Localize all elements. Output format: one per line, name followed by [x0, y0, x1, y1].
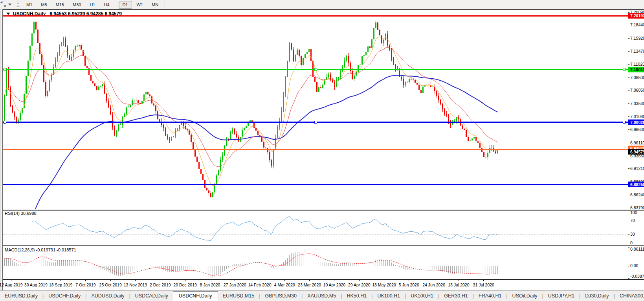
svg-text:7.00029: 7.00029 — [630, 120, 644, 125]
level-handle[interactable] — [623, 121, 625, 124]
macd-signal-line — [5, 254, 498, 276]
tab-fra40-h1[interactable]: FRA40,H1 — [474, 292, 506, 301]
price-tick-label: 7.03530 — [630, 101, 644, 106]
price-tick-label: 6.96110 — [630, 140, 644, 145]
tab-usdcad-daily[interactable]: USDCAD,Daily — [130, 292, 173, 301]
date-label: 14 Feb 2020 — [248, 283, 272, 287]
trading-terminal: { "toolbar": { "tool_icon": "line-drawin… — [0, 0, 644, 301]
date-label: 7 Oct 2019 — [75, 283, 96, 287]
date-label: 24 Jun 2020 — [422, 283, 445, 287]
rsi-tick-label: 30 — [630, 232, 635, 236]
date-label: 4 Mar 2020 — [274, 283, 295, 287]
panel-borders — [3, 16, 644, 279]
date-label: 23 Mar 2020 — [298, 283, 321, 287]
tab-eurusd-m15[interactable]: EURUSD,M15 — [218, 292, 259, 301]
macd-tick-label: 0.00 — [630, 263, 638, 268]
tab-usdjpy-h1[interactable]: USDJPY,H1 — [543, 292, 579, 301]
chart-canvas[interactable]: 7.208907.184407.159207.134707.110207.085… — [0, 0, 644, 301]
price-tick-label: 7.13470 — [630, 49, 644, 54]
level-handle[interactable] — [623, 68, 625, 71]
tab-usdchf-daily[interactable]: USDCHF,Daily — [44, 292, 85, 301]
date-label: 31 Jul 2020 — [473, 283, 494, 287]
tab-usoil-daily[interactable]: USOil,Daily — [508, 292, 542, 301]
tab-dj30-daily[interactable]: DJ30,Daily — [580, 292, 613, 301]
tab-ger30-h1[interactable]: GER30,H1 — [439, 292, 472, 301]
date-label: 12 Aug 2019 — [0, 283, 23, 287]
tab-china300-h4[interactable]: CHINA300,H4 — [615, 292, 644, 301]
price-tick-label: 6.83790 — [630, 205, 644, 210]
price-tick-label: 6.91210 — [630, 166, 644, 171]
macd-panel[interactable]: 0.0611190.00-0.038777 — [5, 247, 644, 279]
price-tick-label: 6.98630 — [630, 127, 644, 132]
date-label: 29 Apr 2020 — [348, 283, 371, 287]
price-tick-label: 6.86240 — [630, 192, 644, 197]
price-tick-label: 7.01080 — [630, 114, 644, 119]
price-tick-label: 7.11020 — [630, 62, 644, 66]
tab-uk100-h1[interactable]: UK100,H1 — [372, 292, 405, 301]
tab-eurusd-daily[interactable]: EURUSD,Daily — [0, 292, 42, 301]
rsi-indicator-label: RSI(14) 38.6988 — [5, 211, 37, 216]
tab-hk50-h1[interactable]: HK50,H1 — [342, 292, 371, 301]
date-label: 18 Sep 2019 — [49, 283, 73, 287]
level-handle[interactable] — [4, 121, 6, 124]
rsi-tick-label: 0 — [630, 240, 633, 245]
price-axis[interactable]: 7.208907.184407.159207.134707.110207.085… — [628, 10, 644, 210]
date-label: 18 May 2020 — [372, 283, 396, 287]
date-label: 8 Jan 2020 — [200, 283, 220, 287]
svg-text:6.94579: 6.94579 — [630, 150, 644, 154]
tab-audusd-daily[interactable]: AUDUSD,Daily — [87, 292, 129, 301]
chart-tab-bar: EURUSD,Daily|USDCHF,Daily|AUDUSD,Daily|U… — [0, 290, 644, 301]
rsi-panel[interactable]: 10070300 — [3, 210, 637, 245]
svg-text:7.20193: 7.20193 — [630, 13, 644, 18]
moving-average-lines — [5, 37, 498, 275]
date-label: 10 Apr 2020 — [323, 283, 346, 287]
date-label: 2 Dec 2019 — [150, 283, 171, 287]
date-label: 5 Jun 2020 — [399, 283, 419, 287]
rsi-tick-label: 100 — [630, 210, 637, 215]
tab-uk100-h1[interactable]: UK100,H1 — [406, 292, 438, 301]
svg-text:7.10011: 7.10011 — [630, 67, 644, 72]
candlestick-series — [4, 19, 498, 198]
tab-gbpusd-m30[interactable]: GBPUSD,M30 — [260, 292, 301, 301]
rsi-line — [32, 216, 498, 241]
price-tick-label: 7.18440 — [630, 22, 644, 27]
svg-text:6.88250: 6.88250 — [630, 182, 644, 187]
date-axis[interactable]: 12 Aug 201930 Aug 201918 Sep 20197 Oct 2… — [0, 279, 494, 287]
date-label: 27 Jan 2020 — [224, 283, 246, 287]
date-label: 25 Oct 2019 — [99, 283, 122, 287]
date-label: 30 Aug 2019 — [24, 283, 48, 287]
macd-tick-label: 0.061119 — [630, 247, 644, 251]
price-tick-label: 7.15920 — [630, 36, 644, 41]
tab-usdcnh-daily[interactable]: USDCNH,Daily — [173, 291, 218, 301]
rsi-tick-label: 70 — [630, 218, 635, 223]
date-label: 20 Dec 2019 — [173, 283, 197, 287]
date-label: 13 Jul 2020 — [448, 283, 469, 287]
level-handle[interactable] — [314, 121, 317, 124]
level-handle[interactable] — [314, 68, 317, 71]
price-tick-label: 7.08500 — [630, 75, 644, 80]
tab-xauusd-m5[interactable]: XAUUSD,M5 — [303, 292, 341, 301]
price-tick-label: 7.06050 — [630, 88, 644, 92]
price-level-lines[interactable] — [3, 16, 628, 184]
date-label: 13 Nov 2019 — [124, 283, 147, 287]
macd-indicator-label: MACD(12,26,9) -0.019731 -0.018571 — [5, 247, 76, 252]
level-handle[interactable] — [4, 68, 6, 71]
macd-tick-label: -0.038777 — [630, 274, 644, 279]
